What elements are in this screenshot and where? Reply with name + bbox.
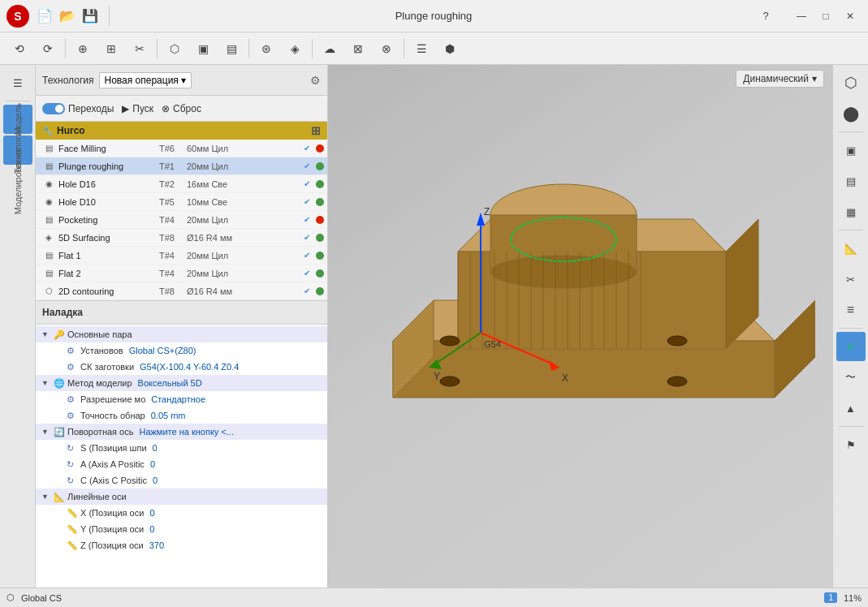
- op-row[interactable]: ◈ 5D Surfacing T#8 Ø16 R4 мм ✔: [36, 229, 327, 247]
- op-check[interactable]: ✔: [301, 196, 313, 208]
- op-tool: T#2: [159, 179, 184, 189]
- op-row[interactable]: ◉ Hole D16 T#2 16мм Све ✔: [36, 175, 327, 193]
- tree-row[interactable]: 📏 X (Позиция оси 0: [36, 505, 327, 521]
- toolbar-btn-12[interactable]: ⊠: [345, 37, 371, 61]
- toolbar-btn-6[interactable]: ⬡: [162, 37, 188, 61]
- toolbar-btn-11[interactable]: ☁: [317, 37, 343, 61]
- new-file-icon[interactable]: 📄: [36, 7, 54, 25]
- dynamic-dropdown[interactable]: Динамический ▾: [736, 70, 824, 88]
- flag-btn[interactable]: ⚑: [836, 430, 866, 459]
- open-file-icon[interactable]: 📂: [58, 7, 76, 25]
- minimize-button[interactable]: —: [790, 7, 813, 25]
- op-check[interactable]: ✔: [301, 268, 313, 279]
- op-check[interactable]: ✔: [301, 179, 313, 190]
- tree-row[interactable]: ▼ 🔑 Основные пара: [36, 326, 327, 342]
- toolbar-btn-13[interactable]: ⊗: [374, 37, 399, 61]
- perspective-btn[interactable]: ⬡: [836, 68, 866, 97]
- left-panel: Технология Новая операция ▾ ⚙ Переходы ▶…: [36, 65, 328, 588]
- dynamic-label: Динамический: [743, 73, 809, 84]
- op-row[interactable]: ⬡ 2D contouring T#8 Ø16 R4 мм ✔: [36, 282, 327, 300]
- save-file-icon[interactable]: 💾: [81, 7, 99, 25]
- help-icon[interactable]: ?: [754, 5, 777, 28]
- view-front-btn[interactable]: ▦: [836, 197, 866, 226]
- op-check[interactable]: ✔: [301, 286, 313, 297]
- toolbar-btn-3[interactable]: ⊕: [70, 37, 96, 61]
- tree-row[interactable]: ↻ C (Axis C Positic 0: [36, 472, 327, 489]
- op-row[interactable]: ▤ Flat 2 T#4 20мм Цил ✔: [36, 265, 327, 282]
- transitions-toggle[interactable]: Переходы: [42, 103, 114, 114]
- tree-item-icon: 📏: [67, 508, 78, 519]
- tree-item-icon: 📐: [54, 492, 65, 502]
- reset-button[interactable]: ⊗ Сброс: [162, 103, 201, 114]
- toolbar-btn-4[interactable]: ⊞: [98, 37, 124, 61]
- orbit-btn[interactable]: ⬤: [836, 99, 866, 128]
- sidebar-menu-btn[interactable]: ☰: [3, 68, 32, 97]
- measure-btn[interactable]: 📐: [836, 234, 866, 263]
- tree-value: 0: [149, 508, 324, 518]
- toolbar-btn-8[interactable]: ▤: [218, 37, 244, 61]
- tree-key: Основные пара: [67, 329, 132, 339]
- tree-row[interactable]: ⚙ Разрешение мо Стандартное: [36, 391, 327, 407]
- op-row[interactable]: ▤ Face Milling T#6 60мм Цил ✔: [36, 140, 327, 157]
- tree-row[interactable]: ▼ 🔄 Поворотная ось Нажмите на кнопку <..…: [36, 424, 327, 440]
- tree-key: S (Позиция шпи: [80, 443, 147, 453]
- transitions-toggle-switch[interactable]: [42, 103, 65, 114]
- toolbar-btn-9[interactable]: ⊛: [253, 37, 279, 61]
- tree-value: Стандартное: [151, 394, 324, 404]
- op-row[interactable]: ◉ Hole D10 T#5 10мм Све ✔: [36, 193, 327, 211]
- op-name: 5D Surfacing: [58, 233, 156, 243]
- terrain-btn[interactable]: ▲: [836, 394, 866, 423]
- titlebar: S 📄 📂 💾 Plunge roughing ? — □ ✕: [0, 0, 868, 32]
- tree-row[interactable]: ⚙ Точность обнар 0.05 mm: [36, 407, 327, 424]
- tree-key: Разрешение мо: [80, 394, 145, 404]
- ops-group-hurco[interactable]: 🔧 Hurco ⊞: [36, 122, 327, 140]
- tree-item-icon: ↻: [67, 459, 78, 470]
- dot-btn[interactable]: ●: [836, 332, 866, 361]
- new-operation-dropdown[interactable]: Новая операция ▾: [99, 72, 192, 88]
- op-check[interactable]: ✔: [301, 143, 313, 154]
- tree-row[interactable]: ↻ S (Позиция шпи 0: [36, 440, 327, 456]
- op-check[interactable]: ✔: [301, 161, 313, 172]
- op-status-dot: [316, 198, 324, 206]
- tree-row[interactable]: ⚙ Установов Global CS+(Z80): [36, 342, 327, 359]
- viewport[interactable]: Динамический ▾: [328, 65, 832, 588]
- tree-row[interactable]: ▼ 📐 Линейные оси: [36, 489, 327, 505]
- view-box-btn[interactable]: ▣: [836, 136, 866, 165]
- 3d-scene[interactable]: Динамический ▾: [328, 65, 832, 588]
- op-tool: T#4: [159, 251, 184, 260]
- tree-row[interactable]: ⚙ СК заготовки G54(X-100.4 Y-60.4 Z0.4: [36, 359, 327, 375]
- tree-key: Установов: [80, 346, 123, 355]
- op-row[interactable]: ▤ Plunge roughing T#1 20мм Цил ✔: [36, 157, 327, 175]
- op-row[interactable]: ▤ Flat 1 T#4 20мм Цил ✔: [36, 247, 327, 265]
- view-top-btn[interactable]: ▤: [836, 166, 866, 196]
- run-button[interactable]: ▶ Пуск: [122, 103, 153, 114]
- toolbar-btn-1[interactable]: ⟲: [6, 37, 32, 61]
- op-check[interactable]: ✔: [301, 232, 313, 243]
- op-check[interactable]: ✔: [301, 250, 313, 261]
- tree-row[interactable]: 📏 Y (Позиция оси 0: [36, 521, 327, 537]
- section-btn[interactable]: ✂: [836, 265, 866, 294]
- tree-row[interactable]: 📏 Z (Позиция оси 370: [36, 537, 327, 553]
- op-row[interactable]: ▤ Pocketing T#4 20мм Цил ✔: [36, 211, 327, 229]
- left-sidebar: ☰ Модель Технология Моделирование: [0, 65, 36, 588]
- maximize-button[interactable]: □: [814, 7, 837, 25]
- op-type-icon: ◈: [42, 231, 55, 244]
- close-button[interactable]: ✕: [839, 7, 862, 25]
- tech-settings-icon[interactable]: ⚙: [310, 74, 321, 87]
- tree-row[interactable]: ↻ A (Axis A Positic 0: [36, 456, 327, 472]
- toolbar-btn-15[interactable]: ⬢: [437, 37, 463, 61]
- rs-sep-4: [839, 426, 863, 427]
- toolbar-btn-14[interactable]: ☰: [408, 37, 434, 61]
- toolbar-btn-10[interactable]: ◈: [282, 37, 308, 61]
- svg-text:Z: Z: [484, 206, 490, 217]
- group-menu-icon[interactable]: ⊞: [311, 124, 321, 137]
- toolbar-btn-7[interactable]: ▣: [190, 37, 216, 61]
- tree-row[interactable]: ▼ 🌐 Метод моделир Воксельный 5D: [36, 375, 327, 391]
- op-check[interactable]: ✔: [301, 214, 313, 226]
- sidebar-item-modeling[interactable]: Моделирование: [3, 166, 32, 196]
- hatch-btn[interactable]: ≡: [836, 295, 866, 325]
- op-tool: T#6: [159, 144, 184, 153]
- toolbar-btn-2[interactable]: ⟳: [35, 37, 61, 61]
- toolbar-btn-5[interactable]: ✂: [127, 37, 153, 61]
- wave-btn[interactable]: 〜: [836, 363, 866, 392]
